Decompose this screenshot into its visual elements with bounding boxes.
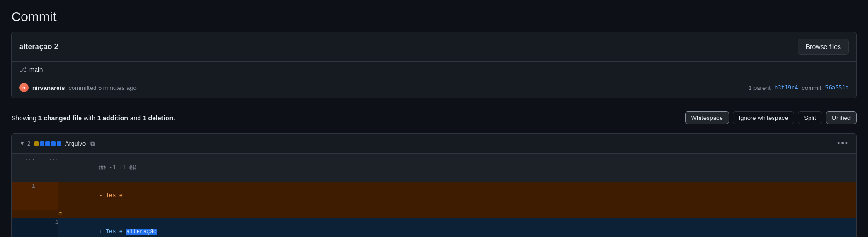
commit-meta: n nirvanareis committed 5 minutes ago 1 … bbox=[12, 77, 856, 98]
annotation-removed: ⊖ bbox=[58, 210, 856, 218]
line-num-old-1: 1 bbox=[12, 182, 35, 210]
line-num-new-1 bbox=[35, 182, 58, 210]
diff-blocks bbox=[34, 141, 61, 146]
commit-hash-link[interactable]: 56a551a bbox=[825, 84, 849, 91]
commit-branch-row: ⎇ main bbox=[12, 62, 856, 77]
diff-file-header: ▼ 2 Arquivo ⧉ ••• bbox=[12, 134, 856, 154]
copy-path-button[interactable]: ⧉ bbox=[89, 139, 95, 148]
diff-block-removed bbox=[34, 141, 39, 146]
whitespace-button[interactable]: Whitespace bbox=[685, 111, 729, 124]
page-title: Commit bbox=[11, 9, 857, 24]
line-num-old-hunk: ... bbox=[12, 154, 35, 182]
addition-count: 1 addition bbox=[97, 114, 128, 122]
plus-sign: + bbox=[99, 229, 102, 235]
diff-options: Whitespace Ignore whitespace Split Unifi… bbox=[685, 111, 857, 124]
avatar: n bbox=[19, 83, 29, 92]
hunk-header-code: @@ -1 +1 @@ bbox=[58, 154, 856, 182]
showing-bar: Showing 1 changed file with 1 addition a… bbox=[11, 106, 857, 130]
diff-block-added-2 bbox=[45, 141, 50, 146]
line-num-new-2: 1 bbox=[35, 218, 58, 237]
collapse-button[interactable]: ▼ 2 bbox=[19, 140, 30, 147]
showing-text: Showing 1 changed file with 1 addition a… bbox=[11, 114, 175, 122]
diff-block-added-3 bbox=[51, 141, 56, 146]
copy-icon: ⧉ bbox=[90, 140, 95, 147]
diff-block-added-4 bbox=[57, 141, 61, 146]
more-options-button[interactable]: ••• bbox=[837, 139, 849, 148]
diff-line-removed: 1 - Teste bbox=[12, 182, 856, 210]
browse-files-button[interactable]: Browse files bbox=[798, 39, 849, 55]
line-code-added: + Teste alteração bbox=[58, 218, 856, 237]
commit-header: alteração 2 Browse files bbox=[12, 32, 856, 62]
diff-container: ▼ 2 Arquivo ⧉ ••• bbox=[11, 133, 857, 237]
ignore-whitespace-button[interactable]: Ignore whitespace bbox=[733, 111, 795, 124]
author-link[interactable]: nirvanareis bbox=[32, 84, 65, 91]
commit-label: commit bbox=[802, 84, 822, 91]
diff-block-added-1 bbox=[40, 141, 44, 146]
commit-hash-info: 1 parent b3f19c4 commit 56a551a bbox=[748, 84, 849, 91]
commit-box: alteração 2 Browse files ⎇ main n nirvan… bbox=[11, 32, 857, 98]
commit-title: alteração 2 bbox=[19, 43, 58, 51]
hunk-header-row: ... ... @@ -1 +1 @@ bbox=[12, 154, 856, 182]
commit-time: committed 5 minutes ago bbox=[68, 84, 136, 91]
commit-author: n nirvanareis committed 5 minutes ago bbox=[19, 83, 137, 92]
line-num-new-hunk: ... bbox=[35, 154, 58, 182]
diff-file-left: ▼ 2 Arquivo ⧉ bbox=[19, 139, 95, 148]
unified-button[interactable]: Unified bbox=[826, 111, 857, 124]
chevron-down-icon: ▼ bbox=[19, 140, 25, 147]
diff-line-added: 1 + Teste alteração bbox=[12, 218, 856, 237]
line-code-removed: - Teste bbox=[58, 182, 856, 210]
line-num-old-2 bbox=[12, 218, 35, 237]
deletion-count: 1 deletion bbox=[143, 114, 173, 122]
added-highlight: alteração bbox=[126, 229, 157, 235]
split-button[interactable]: Split bbox=[798, 111, 822, 124]
ellipsis-icon: ••• bbox=[837, 139, 849, 148]
annotation-icon-removed: ⊖ bbox=[58, 210, 62, 218]
minus-sign: - bbox=[99, 193, 102, 199]
page-container: Commit alteração 2 Browse files ⎇ main n… bbox=[0, 0, 868, 237]
file-count: 2 bbox=[27, 140, 30, 147]
file-name: Arquivo bbox=[65, 140, 86, 147]
annotation-row-removed: ⊖ bbox=[12, 210, 856, 218]
diff-table: ... ... @@ -1 +1 @@ 1 - Teste bbox=[12, 154, 856, 237]
parent-hash-link[interactable]: b3f19c4 bbox=[774, 84, 798, 91]
branch-name: main bbox=[29, 66, 43, 73]
changed-count: 1 changed file bbox=[38, 114, 82, 122]
parent-label: 1 parent bbox=[748, 84, 771, 91]
branch-icon: ⎇ bbox=[19, 66, 27, 73]
